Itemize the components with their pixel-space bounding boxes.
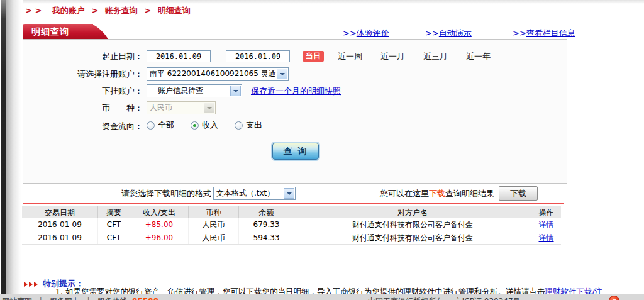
footer-bar: 网站声明 | 服务网点 | 服务热线 95588 中国工商银行版权所有 京ICP… <box>0 294 644 300</box>
date-to-input[interactable] <box>226 50 290 62</box>
cell-amount: +96.00 <box>130 231 189 244</box>
footer-separator: | <box>87 297 90 300</box>
view-column-info-link[interactable]: >>查看栏目信息 <box>513 28 575 39</box>
cell-currency: 人民币 <box>189 218 239 231</box>
query-button[interactable]: 查 询 <box>272 143 319 160</box>
link-arrows: >> <box>343 28 357 38</box>
download-format-select[interactable]: 文本格式（.txt） <box>213 187 296 200</box>
date-dash: — <box>214 50 222 64</box>
table-row: 2016-01-09 CFT +96.00 人民币 594.33 财付通支付科技… <box>22 231 561 245</box>
download-button[interactable]: 下载 <box>499 186 538 201</box>
sub-account-select[interactable]: ---账户信息待查--- <box>147 84 242 97</box>
site-statement-link[interactable]: 网站声明 <box>2 297 32 300</box>
link-label: 自动演示 <box>439 28 472 38</box>
service-outlets-link[interactable]: 服务网点 <box>50 297 80 300</box>
header-currency: 币种 <box>189 206 239 218</box>
header-date: 交易日期 <box>22 206 98 218</box>
header-counterparty: 对方户名 <box>294 206 531 218</box>
table-header-row: 交易日期 摘要 收入/支出 币种 余额 对方户名 操作 <box>22 206 561 218</box>
hotline-label: 服务热线 <box>97 297 127 300</box>
breadcrumb-item-detail-query: 明细查询 <box>158 6 191 15</box>
footer-links: 网站声明 | 服务网点 | 服务热线 95588 <box>2 296 158 300</box>
breadcrumb: > > 我的账户 > 账务查询 > 明细查询 <box>25 5 191 16</box>
chevron-down-icon <box>230 86 241 96</box>
cell-amount: +85.00 <box>130 218 189 231</box>
link-arrows: >> <box>425 28 439 38</box>
breadcrumb-item-account-query[interactable]: 账务查询 <box>105 6 138 15</box>
chevron-down-icon <box>284 188 294 199</box>
download-hint-prefix: 您可以在这里 <box>380 189 429 198</box>
currency-select-disabled: 人民币 <box>147 101 216 114</box>
link-label: 体验评价 <box>357 28 389 38</box>
radio-label: 支出 <box>246 119 262 131</box>
left-edge-fade <box>6 0 23 300</box>
header-amount: 收入/支出 <box>130 206 189 218</box>
today-button[interactable]: 当日 <box>303 51 324 62</box>
radio-expense[interactable]: 支出 <box>235 119 262 131</box>
cell-summary: CFT <box>98 218 130 231</box>
cell-counterparty: 财付通支付科技有限公司客户备付金 <box>294 218 531 231</box>
quick-range-3months[interactable]: 近三月 <box>423 50 448 64</box>
download-hint: 您可以在这里下载查询明细结果 <box>380 186 494 201</box>
download-format-value: 文本格式（.txt） <box>214 188 283 199</box>
cell-date: 2016-01-09 <box>22 231 98 244</box>
tab-title: 明细查询 <box>23 24 93 39</box>
breadcrumb-separator: > <box>91 6 98 15</box>
footer-copyright: 中国工商银行版权所有 京ICP证 030247号 <box>368 296 521 300</box>
radio-income[interactable]: 收入 <box>191 119 218 131</box>
registered-account-value: 南平 6222001406100921065 灵通卡 <box>147 69 276 79</box>
cell-summary: CFT <box>98 231 130 244</box>
detail-link[interactable]: 详情 <box>539 220 554 229</box>
radio-circle-icon <box>235 121 243 130</box>
auto-demo-link[interactable]: >>自动演示 <box>425 28 472 39</box>
radio-all[interactable]: 全部 <box>147 119 174 131</box>
download-hint-link[interactable]: 下载 <box>429 189 445 198</box>
currency-label: 币 种： <box>23 101 143 115</box>
download-format-label: 请您选择下载明细的格式 <box>94 186 211 201</box>
header-summary: 摘要 <box>98 206 130 218</box>
left-edge-bar <box>1 0 6 300</box>
breadcrumb-arrows: > > <box>25 6 42 15</box>
currency-value: 人民币 <box>147 103 203 113</box>
sub-account-value: ---账户信息待查--- <box>147 86 230 96</box>
cell-balance: 679.33 <box>239 218 294 231</box>
fund-flow-options: 全部 收入 支出 <box>147 119 262 131</box>
radio-circle-icon <box>147 121 155 130</box>
hotline-number: 95588 <box>132 297 158 300</box>
breadcrumb-item-my-account[interactable]: 我的账户 <box>52 6 85 15</box>
quick-range-year[interactable]: 近一年 <box>466 50 491 64</box>
icp-number: 京ICP证 030247号 <box>455 297 521 300</box>
quick-range-month[interactable]: 近一月 <box>380 50 405 64</box>
cell-currency: 人民币 <box>189 231 239 244</box>
link-label: 查看栏目信息 <box>526 28 575 38</box>
date-from-input[interactable] <box>147 50 211 62</box>
tab-detail-query[interactable]: 明细查询 <box>23 24 93 39</box>
registered-account-label: 请选择注册账户： <box>23 67 143 81</box>
header-balance: 余额 <box>239 206 294 218</box>
experience-review-link[interactable]: >>体验评价 <box>343 28 389 39</box>
notice-arrows-icon <box>24 282 38 287</box>
copyright-text: 中国工商银行版权所有 <box>368 297 443 300</box>
download-hint-suffix: 查询明细结果 <box>445 189 494 198</box>
radio-label: 全部 <box>158 119 174 131</box>
registered-account-row: 请选择注册账户： 南平 6222001406100921065 灵通卡 <box>23 67 567 81</box>
radio-circle-icon <box>191 121 199 130</box>
page: > > 我的账户 > 账务查询 > 明细查询 明细查询 >>体验评价 >>自动演… <box>0 0 644 300</box>
cell-date: 2016-01-09 <box>22 218 98 231</box>
detail-link[interactable]: 详情 <box>539 233 554 242</box>
red-divider <box>23 203 564 204</box>
link-arrows: >> <box>513 28 526 38</box>
icp-badge-icon <box>609 296 619 300</box>
fund-flow-row: 资金流向： 全部 收入 支出 <box>23 119 567 131</box>
breadcrumb-separator: > <box>144 6 151 15</box>
quick-range-week[interactable]: 近一周 <box>338 50 362 64</box>
registered-account-select[interactable]: 南平 6222001406100921065 灵通卡 <box>147 67 289 81</box>
footer-separator: | <box>40 297 42 300</box>
header-action: 操作 <box>531 206 561 218</box>
sub-account-row: 下挂账户： ---账户信息待查--- 保存近一个月的明细快照 <box>23 84 567 98</box>
date-range-row: 起止日期： — 当日 近一周 近一月 近三月 近一年 <box>23 50 567 64</box>
transactions-table: 交易日期 摘要 收入/支出 币种 余额 对方户名 操作 2016-01-09 C… <box>22 206 561 245</box>
save-snapshot-link[interactable]: 保存近一个月的明细快照 <box>251 84 341 98</box>
chevron-down-icon <box>204 103 214 113</box>
cell-counterparty: 财付通支付科技有限公司客户备付金 <box>294 231 531 244</box>
